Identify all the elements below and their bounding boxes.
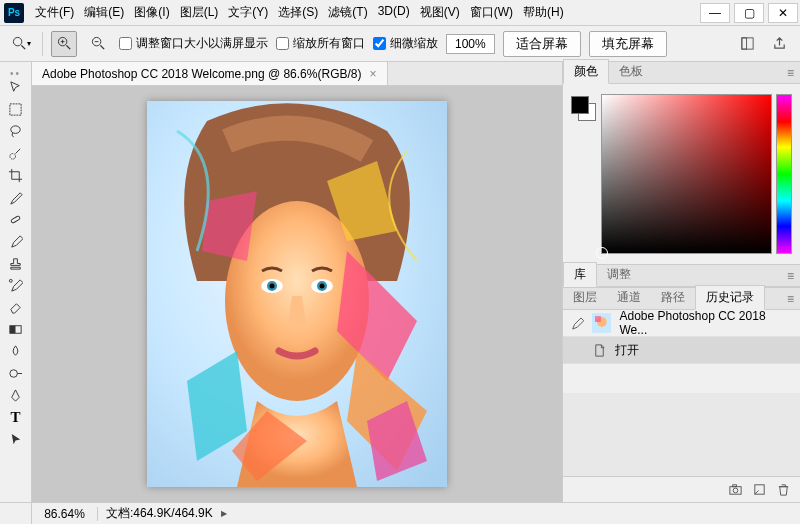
divider	[42, 32, 43, 56]
menu-item[interactable]: 窗口(W)	[465, 0, 518, 25]
scrubby-zoom-checkbox[interactable]: 细微缩放	[373, 35, 438, 52]
history-brush-tool[interactable]	[4, 275, 28, 296]
stamp-tool[interactable]	[4, 253, 28, 274]
move-tool[interactable]	[4, 77, 28, 98]
svg-rect-10	[741, 38, 746, 49]
close-tab-icon[interactable]: ×	[369, 67, 376, 81]
path-select-tool[interactable]	[4, 429, 28, 450]
zoom-all-windows-checkbox[interactable]: 缩放所有窗口	[276, 35, 365, 52]
panels: 颜色色板≡ 库调整≡ 图层通道路径历史记录≡ Adobe Photoshop C…	[562, 62, 800, 502]
svg-rect-11	[10, 104, 21, 115]
trash-icon[interactable]	[772, 480, 794, 500]
minimize-button[interactable]: —	[700, 3, 730, 23]
status-zoom[interactable]: 86.64%	[32, 507, 98, 521]
main-content: •• T Adobe Photoshop CC 2018 Welcome.png…	[0, 62, 800, 502]
panel-tab[interactable]: 颜色	[563, 59, 609, 84]
scrubby-label: 细微缩放	[390, 35, 438, 52]
color-panel-tabs: 颜色色板≡	[563, 62, 800, 84]
toolbox-grip[interactable]: ••	[6, 68, 26, 73]
zoom-value[interactable]: 100%	[446, 34, 495, 54]
panel-empty-area	[563, 393, 800, 476]
document-tab[interactable]: Adobe Photoshop CC 2018 Welcome.png @ 86…	[32, 62, 388, 85]
eyedropper-tool[interactable]	[4, 187, 28, 208]
menu-item[interactable]: 滤镜(T)	[323, 0, 372, 25]
snapshot-icon[interactable]	[724, 480, 746, 500]
panel-tab[interactable]: 图层	[563, 286, 607, 309]
panel-tab[interactable]: 色板	[609, 60, 653, 83]
panel-tab[interactable]: 库	[563, 262, 597, 287]
history-row[interactable]: Adobe Photoshop CC 2018 We...	[563, 310, 800, 337]
marquee-tool[interactable]	[4, 99, 28, 120]
menu-item[interactable]: 帮助(H)	[518, 0, 569, 25]
resize-window-checkbox[interactable]: 调整窗口大小以满屏显示	[119, 35, 268, 52]
crop-tool[interactable]	[4, 165, 28, 186]
fill-screen-button[interactable]: 填充屏幕	[589, 31, 667, 57]
menu-item[interactable]: 视图(V)	[415, 0, 465, 25]
panel-menu-icon[interactable]: ≡	[781, 266, 800, 286]
eraser-tool[interactable]	[4, 297, 28, 318]
brush-tool[interactable]	[4, 231, 28, 252]
history-label: Adobe Photoshop CC 2018 We...	[619, 309, 794, 337]
hue-slider[interactable]	[776, 94, 792, 254]
svg-rect-33	[732, 485, 736, 487]
foreground-background-swatch[interactable]	[571, 96, 597, 122]
menu-item[interactable]: 文件(F)	[30, 0, 79, 25]
status-bar: 86.64% 文档:464.9K/464.9K ▶	[0, 502, 800, 524]
title-bar: Ps 文件(F)编辑(E)图像(I)图层(L)文字(Y)选择(S)滤镜(T)3D…	[0, 0, 800, 26]
history-thumbnail	[592, 313, 612, 333]
menu-item[interactable]: 图像(I)	[129, 0, 174, 25]
zoom-in-icon[interactable]	[51, 31, 77, 57]
color-field[interactable]	[601, 94, 772, 254]
panel-tab[interactable]: 历史记录	[695, 285, 765, 310]
document-tabs: Adobe Photoshop CC 2018 Welcome.png @ 86…	[32, 62, 562, 86]
menu-item[interactable]: 文字(Y)	[223, 0, 273, 25]
text-tool[interactable]: T	[4, 407, 28, 428]
zoom-out-icon[interactable]	[85, 31, 111, 57]
svg-point-13	[10, 154, 16, 160]
svg-rect-9	[741, 38, 752, 49]
svg-rect-30	[595, 316, 601, 322]
layer-panel-tabs: 图层通道路径历史记录≡	[563, 288, 800, 310]
svg-point-15	[9, 279, 12, 282]
history-panel: Adobe Photoshop CC 2018 We...打开	[563, 310, 800, 393]
zoom-all-label: 缩放所有窗口	[293, 35, 365, 52]
status-flyout-icon[interactable]: ▶	[221, 509, 227, 518]
history-row[interactable]: 打开	[563, 337, 800, 364]
dodge-tool[interactable]	[4, 363, 28, 384]
pen-tool[interactable]	[4, 385, 28, 406]
canvas-viewport[interactable]	[32, 86, 562, 502]
document-icon	[592, 343, 607, 358]
healing-brush-tool[interactable]	[4, 209, 28, 230]
gradient-tool[interactable]	[4, 319, 28, 340]
svg-line-1	[21, 45, 25, 49]
panel-tab[interactable]: 路径	[651, 286, 695, 309]
maximize-button[interactable]: ▢	[734, 3, 764, 23]
share-icon[interactable]	[766, 31, 792, 57]
blur-tool[interactable]	[4, 341, 28, 362]
svg-point-27	[320, 284, 325, 289]
new-icon[interactable]	[748, 480, 770, 500]
canvas[interactable]	[147, 101, 447, 487]
panel-menu-icon[interactable]: ≡	[781, 63, 800, 83]
panel-menu-icon[interactable]: ≡	[781, 289, 800, 309]
document-area: Adobe Photoshop CC 2018 Welcome.png @ 86…	[32, 62, 562, 502]
svg-rect-14	[11, 216, 21, 224]
svg-point-18	[10, 370, 18, 378]
panel-footer	[563, 476, 800, 502]
menu-item[interactable]: 图层(L)	[175, 0, 224, 25]
lasso-tool[interactable]	[4, 121, 28, 142]
foreground-color-swatch[interactable]	[571, 96, 589, 114]
close-button[interactable]: ✕	[768, 3, 798, 23]
zoom-tool-preset[interactable]: ▾	[8, 31, 34, 57]
quick-select-tool[interactable]	[4, 143, 28, 164]
fit-screen-button[interactable]: 适合屏幕	[503, 31, 581, 57]
artboard-icon[interactable]	[734, 31, 760, 57]
menu-item[interactable]: 编辑(E)	[79, 0, 129, 25]
panel-tab[interactable]: 通道	[607, 286, 651, 309]
panel-tab[interactable]: 调整	[597, 263, 641, 286]
svg-rect-17	[10, 326, 16, 334]
app-logo: Ps	[4, 3, 24, 23]
menu-item[interactable]: 3D(D)	[373, 0, 415, 25]
window-controls: — ▢ ✕	[698, 3, 800, 23]
menu-item[interactable]: 选择(S)	[273, 0, 323, 25]
